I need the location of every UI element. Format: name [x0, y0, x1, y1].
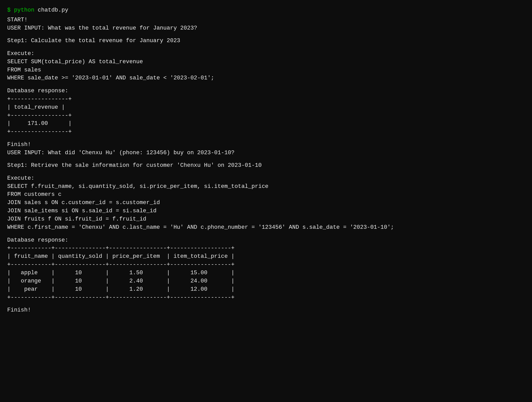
- terminal-line: [7, 82, 525, 87]
- terminal-line: WHERE c.first_name = 'Chenxu' AND c.last…: [7, 223, 525, 232]
- terminal-line: | orange | 10 | 2.40 | 24.00 |: [7, 277, 525, 285]
- terminal-line: | 171.00 |: [7, 120, 525, 128]
- terminal-line: +------------+---------------+----------…: [7, 261, 525, 269]
- terminal-line: Database response:: [7, 236, 525, 244]
- terminal-line: | total_revenue |: [7, 103, 525, 112]
- terminal-line: FROM sales: [7, 66, 525, 74]
- terminal-line: +------------+---------------+----------…: [7, 294, 525, 302]
- terminal-line: USER INPUT: What was the total revenue f…: [7, 24, 525, 32]
- terminal-line: JOIN fruits f ON si.fruit_id = f.fruit_i…: [7, 215, 525, 223]
- terminal-line: [7, 232, 525, 236]
- terminal-line: USER INPUT: What did 'Chenxu Hu' (phone:…: [7, 149, 525, 157]
- terminal-line: [7, 32, 525, 37]
- terminal-line: Execute:: [7, 50, 525, 58]
- terminal-line: +-----------------+: [7, 95, 525, 103]
- terminal-line: +------------+---------------+----------…: [7, 244, 525, 252]
- terminal-line: [7, 136, 525, 141]
- terminal-line: | apple | 10 | 1.50 | 15.00 |: [7, 269, 525, 277]
- terminal-line: Finish!: [7, 306, 525, 314]
- terminal-line: [7, 45, 525, 50]
- terminal-line: [7, 170, 525, 174]
- terminal-line: FROM customers c: [7, 190, 525, 199]
- output-lines: START!USER INPUT: What was the total rev…: [7, 16, 525, 314]
- python-file: chatdb.py: [38, 7, 68, 13]
- terminal-line: Finish!: [7, 141, 525, 149]
- terminal-line: | fruit_name | quantity_sold | price_per…: [7, 252, 525, 261]
- terminal-line: SELECT SUM(total_price) AS total_revenue: [7, 58, 525, 66]
- terminal-line: START!: [7, 16, 525, 24]
- terminal-line: Step1: Retrieve the sale information for…: [7, 161, 525, 170]
- terminal-line: Step1: Calculate the total revenue for J…: [7, 37, 525, 45]
- terminal-window: $ python chatdb.py START!USER INPUT: Wha…: [7, 6, 525, 314]
- prompt-line: $ python chatdb.py: [7, 6, 525, 14]
- terminal-line: JOIN sales s ON c.customer_id = s.custom…: [7, 199, 525, 207]
- terminal-line: SELECT f.fruit_name, si.quantity_sold, s…: [7, 182, 525, 191]
- terminal-line: WHERE sale_date >= '2023-01-01' AND sale…: [7, 74, 525, 82]
- terminal-line: | pear | 10 | 1.20 | 12.00 |: [7, 285, 525, 294]
- terminal-line: JOIN sale_items si ON s.sale_id = si.sal…: [7, 207, 525, 215]
- terminal-line: [7, 302, 525, 306]
- python-command: python: [14, 7, 34, 13]
- terminal-line: +-----------------+: [7, 112, 525, 120]
- terminal-line: Database response:: [7, 87, 525, 95]
- terminal-line: Execute:: [7, 174, 525, 182]
- dollar-sign: $: [7, 7, 11, 13]
- terminal-line: [7, 157, 525, 162]
- terminal-line: +-----------------+: [7, 128, 525, 136]
